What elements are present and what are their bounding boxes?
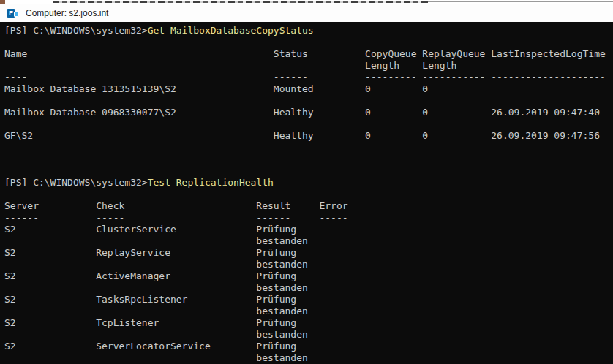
console-line: S2ReplayServicePrüfung [4, 247, 613, 259]
output-text: 26.09.2019 09:47:40 [491, 107, 600, 118]
output-text: bestanden [256, 352, 307, 364]
window-title: Computer: s2.joos.int [26, 8, 108, 18]
console-line [4, 189, 613, 200]
output-text: Mounted [274, 83, 314, 95]
output-text: Healthy [274, 107, 314, 118]
output-text: Error [319, 200, 347, 212]
console-line: bestanden [4, 352, 613, 364]
output-text: LastInspectedLogTime [491, 48, 606, 60]
exchange-icon: E [7, 8, 20, 18]
command-text: Get-MailboxDatabaseCopyStatus [148, 25, 314, 37]
output-text: ----- [319, 212, 347, 224]
output-text: Prüfung [256, 247, 296, 259]
console-line [4, 95, 613, 107]
console-line: S2TasksRpcListenerPrüfung [4, 294, 613, 306]
console-line: ServerCheckResultError [4, 200, 613, 212]
output-text: Result [256, 200, 290, 212]
output-text: S2 [4, 294, 16, 306]
output-text: ServerLocatorService [96, 341, 211, 352]
output-text: S2 [4, 270, 16, 282]
output-text: ----------- [422, 72, 485, 83]
output-text: [PS] C:\WINDOWS\system32> [4, 25, 148, 37]
output-text: Prüfung [256, 341, 296, 352]
output-text: ActiveManager [96, 270, 170, 282]
output-text: Prüfung [256, 317, 296, 329]
output-text: ------ [256, 212, 290, 224]
output-text: 0 [422, 83, 428, 95]
console-line: Mailbox Database 1313515139\S2Mounted00 [4, 83, 613, 95]
console-line: ---------------------- [4, 212, 613, 224]
console-line: [PS] C:\WINDOWS\system32>Test-Replicatio… [4, 177, 613, 189]
output-text: GF\S2 [4, 130, 33, 142]
console-line: [PS] C:\WINDOWS\system32>Get-MailboxData… [4, 25, 613, 37]
output-text: Prüfung [256, 270, 296, 282]
output-text: bestanden [256, 306, 307, 317]
output-text: Length [365, 60, 399, 72]
output-text: Name [4, 48, 27, 60]
console-line [4, 153, 613, 165]
console-line: S2ClusterServicePrüfung [4, 224, 613, 235]
window-titlebar[interactable]: E Computer: s2.joos.int [0, 4, 613, 22]
console-line: NameStatusCopyQueueReplayQueueLastInspec… [4, 48, 613, 60]
output-text: TcpListener [96, 317, 159, 329]
output-text: Mailbox Database 1313515139\S2 [4, 83, 176, 95]
output-text: 26.09.2019 09:47:56 [491, 130, 600, 142]
background-artifact [0, 0, 5, 4]
console-line: S2TcpListenerPrüfung [4, 317, 613, 329]
output-text: ClusterService [96, 224, 176, 235]
output-text: bestanden [256, 329, 307, 341]
console-output: [PS] C:\WINDOWS\system32>Get-MailboxData… [4, 25, 613, 364]
output-text: S2 [4, 224, 16, 235]
console-line: bestanden [4, 235, 613, 247]
output-text: Prüfung [256, 224, 296, 235]
console-line: bestanden [4, 282, 613, 294]
console-line: S2ServerLocatorServicePrüfung [4, 341, 613, 352]
output-text: Mailbox Database 0968330077\S2 [4, 107, 176, 118]
output-text: --------- [365, 72, 416, 83]
output-text: S2 [4, 317, 16, 329]
output-text: [PS] C:\WINDOWS\system32> [4, 177, 148, 189]
console-line: bestanden [4, 259, 613, 270]
output-text: ------ [4, 212, 39, 224]
console-line [4, 37, 613, 48]
output-text: Server [4, 200, 39, 212]
exchange-icon-subtile [14, 12, 19, 17]
output-text: Status [274, 48, 308, 60]
output-text: bestanden [256, 259, 307, 270]
output-text: 0 [365, 107, 371, 118]
output-text: ---- [4, 72, 27, 83]
output-text: CopyQueue [365, 48, 416, 60]
console-line [4, 118, 613, 130]
output-text: -------------------- [491, 72, 606, 83]
output-text: S2 [4, 341, 16, 352]
output-text: 0 [365, 130, 371, 142]
output-text: ----- [96, 212, 124, 224]
powershell-console[interactable]: [PS] C:\WINDOWS\system32>Get-MailboxData… [0, 22, 613, 364]
output-text: TasksRpcListener [96, 294, 187, 306]
output-text: 0 [422, 130, 428, 142]
output-text: Healthy [274, 130, 314, 142]
console-line: ----------------------------------------… [4, 72, 613, 83]
command-text: Test-ReplicationHealth [148, 177, 274, 189]
console-line: bestanden [4, 329, 613, 341]
output-text: bestanden [256, 282, 307, 294]
output-text: Prüfung [256, 294, 296, 306]
exchange-management-shell-window: E Computer: s2.joos.int [PS] C:\WINDOWS\… [0, 0, 613, 364]
output-text: S2 [4, 247, 16, 259]
output-text: 0 [365, 83, 371, 95]
console-line: GF\S2Healthy0026.09.2019 09:47:56 [4, 130, 613, 142]
console-line: S2ActiveManagerPrüfung [4, 270, 613, 282]
output-text: Length [422, 60, 456, 72]
output-text: ------ [274, 72, 308, 83]
background-window-edge [428, 1, 613, 2]
console-line: bestanden [4, 306, 613, 317]
console-line: Mailbox Database 0968330077\S2Healthy002… [4, 107, 613, 118]
output-text: 0 [422, 107, 428, 118]
console-line [4, 165, 613, 177]
console-line: LengthLength [4, 60, 613, 72]
output-text: ReplayQueue [422, 48, 485, 60]
background-text-fragments [53, 1, 428, 3]
console-line [4, 142, 613, 153]
output-text: ReplayService [96, 247, 170, 259]
output-text: bestanden [256, 235, 307, 247]
